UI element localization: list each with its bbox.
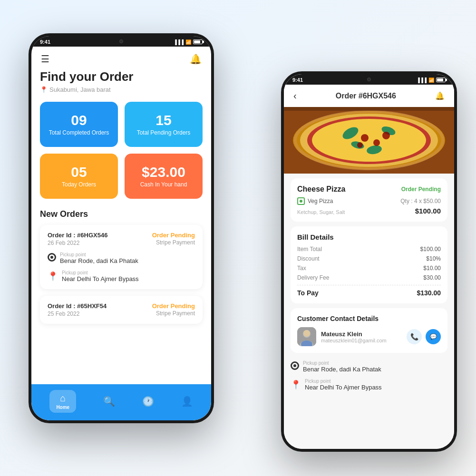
order-payment-2: Stripe Payment [156,310,195,317]
food-detail-card: Cheese Pizza Order Pending Veg Pizza Qty… [291,178,447,222]
pickup-section: Pickup point Benar Rode, dadi Ka Phatak … [284,358,454,398]
food-addons: Ketchup, Sugar, Salt [297,209,345,215]
call-button[interactable]: 📞 [407,329,422,344]
status-time-left: 9:41 [40,39,50,45]
order-card-1[interactable]: Order Id : #6HGX546 Order Pending 26 Feb… [40,225,203,289]
nav-search[interactable]: 🔍 [103,396,115,407]
food-variant: Veg Pizza [308,198,333,204]
order-number-title: Order #6HGX546 [336,92,396,100]
pickup-info-1: Pickup point Benar Rode, dadi Ka Phatak [60,252,138,264]
food-qty: Qty : 4 x $50.00 [400,198,441,204]
svg-point-18 [303,330,310,337]
notification-icon[interactable]: 🔔 [190,53,202,65]
screen1-body: Find your Order 📍 Sukabumi, Jawa barat 0… [31,69,211,384]
stat-today: 05 Today Orders [40,154,118,199]
new-orders-title: New Orders [40,209,203,219]
stat-cash-num: $23.00 [142,165,185,179]
home-icon: ⌂ [60,393,66,404]
bill-item-total-value: $100.00 [420,246,441,253]
dropoff-detail-place: Near Delhi To Ajmer Bypass [305,384,382,391]
bill-to-pay-value: $130.00 [417,289,441,297]
menu-icon[interactable]: ☰ [41,53,49,65]
order-id-1: Order Id : #6HGX546 [48,232,107,239]
search-nav-icon: 🔍 [103,396,115,407]
nav-home[interactable]: ⌂ Home [49,390,76,413]
bill-card: Bill Details Item Total $100.00 Discount… [291,226,447,303]
nav-home-label: Home [56,405,69,410]
pickup-place-1: Benar Rode, dadi Ka Phatak [60,257,138,264]
user-nav-icon: 👤 [181,396,193,407]
food-name-row: Cheese Pizza Order Pending [297,185,441,194]
bill-discount-value: $10% [426,255,441,262]
food-price: $100.00 [415,207,441,215]
svg-point-12 [357,142,363,148]
stats-grid: 09 Total Completed Orders 15 Total Pendi… [40,102,203,199]
stat-completed: 09 Total Completed Orders [40,102,118,147]
order-payment-1: Stripe Payment [156,239,195,246]
customer-avatar [297,327,316,346]
wifi-icon: 📶 [185,39,191,45]
notch-right [352,74,386,85]
bell-icon-right[interactable]: 🔔 [435,91,445,100]
status-icons-left: ▐▐▐ 📶 [174,39,203,45]
notch-left [105,36,138,47]
signal-icon-r: ▐▐▐ [417,78,427,83]
clock-icon: 🕐 [142,396,154,407]
order-meta-1: 26 Feb 2022 Stripe Payment [48,239,195,246]
phone-right: 9:41 ▐▐▐ 📶 ‹ Order #6HGX546 🔔 [281,71,457,452]
location-pin-icon: 📍 [40,86,48,93]
pickup-detail-label: Pickup point [303,360,381,366]
stat-completed-num: 09 [71,113,87,127]
location-row: 📍 Sukabumi, Jawa barat [40,86,203,93]
dropoff-pin: 📍 [291,379,301,390]
pickup-row-1: Pickup point Benar Rode, dadi Ka Phatak [48,252,195,264]
bill-tax-value: $10.00 [423,265,441,272]
battery-icon-r [436,78,446,82]
order-card-2[interactable]: Order Id : #65HXF54 Order Pending 25 Feb… [40,296,203,324]
bill-delivery: Delivery Fee $30.00 [297,274,441,281]
stat-pending-num: 15 [155,113,171,127]
dropoff-detail-label: Pickup point [305,379,382,384]
stat-pending: 15 Total Pending Orders [125,102,203,147]
svg-point-10 [373,139,380,146]
screen2-body: Cheese Pizza Order Pending Veg Pizza Qty… [284,107,454,449]
customer-title: Customer Contact Details [297,315,441,322]
scene: 9:41 ▐▐▐ 📶 ☰ 🔔 Find your Or [0,0,476,476]
order-detail-header: ‹ Order #6HGX546 🔔 [284,85,454,107]
svg-rect-14 [284,107,454,111]
dropoff-label-1: Pickup point [62,270,139,275]
stat-pending-label: Total Pending Orders [137,129,191,136]
bottom-nav: ⌂ Home 🔍 🕐 👤 [31,384,211,420]
food-name: Cheese Pizza [297,185,345,194]
chat-button[interactable]: 💬 [426,329,441,344]
order-meta-2: 25 Feb 2022 Stripe Payment [48,310,195,317]
dropoff-row-1: 📍 Pickup point Near Delhi To Ajmer Bypas… [48,270,195,282]
status-bar-right: 9:41 ▐▐▐ 📶 [284,74,454,85]
order-id-2: Order Id : #65HXF54 [48,302,107,310]
dropoff-info-1: Pickup point Near Delhi To Ajmer Bypass [62,270,139,282]
status-icons-right: ▐▐▐ 📶 [417,78,446,83]
nav-profile[interactable]: 👤 [181,396,193,407]
location-text: Sukabumi, Jawa barat [49,86,111,93]
stat-today-num: 05 [71,165,87,179]
dropoff-pin-icon: 📍 [48,271,58,282]
food-variant-row: Veg Pizza [297,197,333,205]
stat-today-label: Today Orders [62,181,96,188]
screen1: 9:41 ▐▐▐ 📶 ☰ 🔔 Find your Or [31,36,211,420]
pickup-detail-place: Benar Rode, dadi Ka Phatak [303,366,381,373]
customer-card: Customer Contact Details [291,308,447,353]
veg-indicator [297,197,305,205]
back-button[interactable]: ‹ [293,90,297,101]
bill-discount-label: Discount [297,255,320,262]
bill-divider [297,285,441,285]
nav-history[interactable]: 🕐 [142,396,154,407]
stat-completed-label: Total Completed Orders [49,129,109,136]
contact-icons: 📞 💬 [407,329,441,344]
dropoff-place-1: Near Delhi To Ajmer Bypass [62,275,139,282]
bill-item-total-label: Item Total [297,246,322,253]
svg-point-11 [382,132,390,139]
stat-cash-label: Cash In Your hand [140,181,187,188]
status-time-right: 9:41 [292,77,303,83]
bill-discount: Discount $10% [297,255,441,262]
bill-tax: Tax $10.00 [297,265,441,272]
